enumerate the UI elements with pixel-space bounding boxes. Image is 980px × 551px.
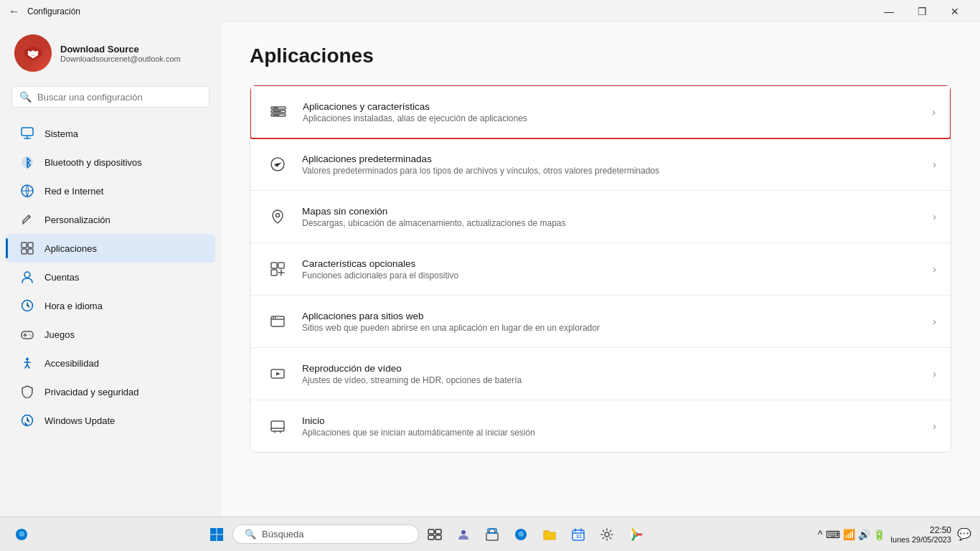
- offline-maps-chevron: ›: [933, 211, 936, 222]
- store-icon[interactable]: [479, 522, 505, 547]
- apps-features-chevron: ›: [932, 106, 936, 118]
- app-body: Download Source Downloadsourcenet@outloo…: [0, 23, 980, 517]
- settings-item-apps-features[interactable]: Aplicaciones y características Aplicacio…: [250, 85, 951, 139]
- svg-rect-5: [22, 242, 27, 248]
- svg-point-23: [273, 317, 274, 319]
- time-display: 22:50: [891, 525, 951, 535]
- privacidad-icon: [20, 385, 34, 399]
- svg-point-18: [276, 214, 280, 217]
- settings-item-web-apps[interactable]: Aplicaciones para sitios web Sitios web …: [250, 296, 951, 348]
- titlebar: ← Configuración — ❐ ✕: [0, 0, 980, 23]
- svg-rect-29: [217, 528, 224, 534]
- user-info: Download Source Downloadsourcenet@outloo…: [60, 44, 181, 63]
- sidebar-item-windows-update[interactable]: Windows Update: [6, 406, 215, 435]
- svg-rect-31: [217, 534, 224, 541]
- optional-features-chevron: ›: [933, 263, 936, 275]
- web-apps-title: Aplicaciones para sitios web: [302, 311, 933, 321]
- sidebar-item-red[interactable]: Red e Internet: [6, 176, 215, 205]
- optional-features-icon: [265, 256, 291, 282]
- sidebar-item-personalizacion[interactable]: Personalización: [6, 205, 215, 234]
- apps-features-text: Aplicaciones y características Aplicacio…: [303, 101, 932, 123]
- video-playback-title: Reproducción de vídeo: [302, 363, 933, 374]
- chrome-icon[interactable]: [623, 522, 649, 547]
- settings-item-offline-maps[interactable]: Mapas sin conexión Descargas, ubicación …: [250, 191, 951, 243]
- sidebar-item-juegos[interactable]: Juegos: [6, 320, 215, 349]
- svg-rect-19: [271, 263, 277, 268]
- svg-rect-21: [271, 270, 277, 276]
- offline-maps-title: Mapas sin conexión: [302, 206, 933, 217]
- sidebar-label-personalizacion: Personalización: [44, 215, 110, 225]
- taskbar-search[interactable]: 🔍 Búsqueda: [232, 524, 419, 544]
- sidebar-item-aplicaciones[interactable]: Aplicaciones: [6, 234, 215, 263]
- optional-features-title: Características opcionales: [302, 258, 933, 269]
- video-playback-icon: [265, 361, 291, 387]
- close-button[interactable]: ✕: [938, 0, 971, 23]
- apps-features-title: Aplicaciones y características: [303, 101, 932, 112]
- taskbar-clock[interactable]: 22:50 lunes 29/05/2023: [891, 525, 951, 544]
- optional-features-desc: Funciones adicionales para el dispositiv…: [302, 270, 933, 281]
- default-apps-text: Aplicaciones predeterminadas Valores pre…: [302, 154, 933, 176]
- svg-rect-7: [22, 249, 27, 254]
- search-input[interactable]: [37, 92, 202, 103]
- search-container: 🔍: [0, 86, 221, 119]
- default-apps-title: Aplicaciones predeterminadas: [302, 154, 933, 164]
- offline-maps-text: Mapas sin conexión Descargas, ubicación …: [302, 206, 933, 228]
- start-button[interactable]: [204, 522, 230, 547]
- personalizacion-icon: [20, 212, 34, 227]
- aplicaciones-icon: [20, 241, 34, 255]
- titlebar-left: ← Configuración: [9, 5, 80, 18]
- svg-rect-8: [28, 249, 33, 254]
- startup-title: Inicio: [302, 415, 933, 426]
- svg-rect-30: [210, 534, 217, 541]
- maximize-button[interactable]: ❐: [905, 0, 938, 23]
- svg-rect-2: [22, 128, 33, 136]
- settings-taskbar-icon[interactable]: [594, 522, 620, 547]
- sidebar-nav: Sistema Bluetooth y dispositivos Red e I…: [0, 119, 221, 435]
- tray-keyboard[interactable]: ⌨: [826, 529, 840, 540]
- sidebar-label-juegos: Juegos: [44, 329, 75, 340]
- tray-volume[interactable]: 🔊: [858, 529, 870, 540]
- sidebar-item-bluetooth[interactable]: Bluetooth y dispositivos: [6, 148, 215, 176]
- search-icon: 🔍: [19, 91, 32, 103]
- task-view-button[interactable]: [422, 522, 448, 547]
- sidebar-item-hora[interactable]: Hora e idioma: [6, 291, 215, 320]
- tray-wifi[interactable]: 📶: [843, 529, 855, 540]
- notification-icon[interactable]: 💬: [957, 527, 971, 541]
- tray-battery[interactable]: 🔋: [873, 529, 885, 540]
- sidebar-item-sistema[interactable]: Sistema: [6, 119, 215, 148]
- settings-item-optional-features[interactable]: Características opcionales Funciones adi…: [250, 243, 951, 296]
- svg-rect-34: [428, 535, 434, 540]
- startup-text: Inicio Aplicaciones que se inician autom…: [302, 415, 933, 438]
- svg-point-24: [275, 317, 276, 319]
- settings-item-video-playback[interactable]: Reproducción de vídeo Ajustes de vídeo, …: [250, 348, 951, 400]
- taskbar-search-text: Búsqueda: [262, 529, 304, 540]
- calendar-icon[interactable]: 31: [565, 522, 591, 547]
- offline-maps-desc: Descargas, ubicación de almacenamiento, …: [302, 218, 933, 228]
- edge-taskbar-icon[interactable]: [9, 522, 34, 547]
- teams-icon[interactable]: [451, 522, 476, 547]
- video-playback-desc: Ajustes de vídeo, streaming de HDR, opci…: [302, 375, 933, 385]
- minimize-button[interactable]: —: [872, 0, 905, 23]
- sidebar-item-accesibilidad[interactable]: Accesibilidad: [6, 349, 215, 377]
- back-button[interactable]: ←: [9, 5, 20, 18]
- user-profile[interactable]: Download Source Downloadsourcenet@outloo…: [0, 23, 221, 86]
- svg-point-12: [26, 358, 29, 361]
- taskbar-center: 🔍 Búsqueda 31: [34, 522, 818, 547]
- settings-item-startup[interactable]: Inicio Aplicaciones que se inician autom…: [250, 400, 951, 452]
- hora-icon: [20, 298, 34, 313]
- sidebar: Download Source Downloadsourcenet@outloo…: [0, 23, 221, 517]
- edge-icon[interactable]: [508, 522, 534, 547]
- explorer-icon[interactable]: [537, 522, 562, 547]
- accesibilidad-icon: [20, 356, 34, 370]
- sidebar-item-privacidad[interactable]: Privacidad y seguridad: [6, 377, 215, 406]
- search-box[interactable]: 🔍: [11, 86, 209, 108]
- taskbar-left: [9, 522, 34, 547]
- settings-item-default-apps[interactable]: Aplicaciones predeterminadas Valores pre…: [250, 138, 951, 191]
- avatar: [14, 34, 52, 72]
- svg-point-36: [461, 530, 466, 534]
- tray-chevron[interactable]: ^: [818, 529, 823, 540]
- default-apps-icon: [265, 151, 291, 177]
- offline-maps-icon: [265, 204, 291, 230]
- sidebar-item-cuentas[interactable]: Cuentas: [6, 263, 215, 291]
- sidebar-label-cuentas: Cuentas: [44, 272, 79, 283]
